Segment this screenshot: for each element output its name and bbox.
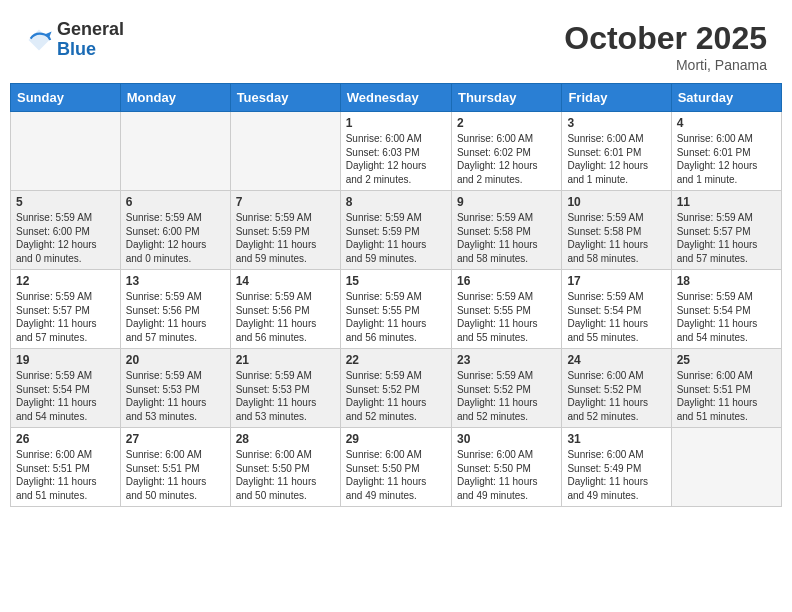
logo: General Blue (25, 20, 124, 60)
calendar-day-cell: 11Sunrise: 5:59 AM Sunset: 5:57 PM Dayli… (671, 191, 781, 270)
calendar-day-cell: 29Sunrise: 6:00 AM Sunset: 5:50 PM Dayli… (340, 428, 451, 507)
day-number: 16 (457, 274, 556, 288)
day-number: 15 (346, 274, 446, 288)
calendar-day-cell: 13Sunrise: 5:59 AM Sunset: 5:56 PM Dayli… (120, 270, 230, 349)
calendar-day-cell: 6Sunrise: 5:59 AM Sunset: 6:00 PM Daylig… (120, 191, 230, 270)
day-info: Sunrise: 6:00 AM Sunset: 5:52 PM Dayligh… (567, 369, 665, 423)
day-number: 3 (567, 116, 665, 130)
day-number: 28 (236, 432, 335, 446)
day-info: Sunrise: 6:00 AM Sunset: 5:51 PM Dayligh… (677, 369, 776, 423)
calendar-week-row: 19Sunrise: 5:59 AM Sunset: 5:54 PM Dayli… (11, 349, 782, 428)
day-info: Sunrise: 5:59 AM Sunset: 6:00 PM Dayligh… (16, 211, 115, 265)
logo-icon (25, 26, 53, 54)
day-info: Sunrise: 5:59 AM Sunset: 5:59 PM Dayligh… (346, 211, 446, 265)
day-number: 13 (126, 274, 225, 288)
calendar-day-cell: 1Sunrise: 6:00 AM Sunset: 6:03 PM Daylig… (340, 112, 451, 191)
day-info: Sunrise: 5:59 AM Sunset: 5:58 PM Dayligh… (567, 211, 665, 265)
calendar-day-cell: 17Sunrise: 5:59 AM Sunset: 5:54 PM Dayli… (562, 270, 671, 349)
weekday-header: Monday (120, 84, 230, 112)
day-number: 9 (457, 195, 556, 209)
day-number: 31 (567, 432, 665, 446)
day-info: Sunrise: 5:59 AM Sunset: 6:00 PM Dayligh… (126, 211, 225, 265)
calendar-day-cell (230, 112, 340, 191)
day-number: 5 (16, 195, 115, 209)
day-number: 2 (457, 116, 556, 130)
calendar-day-cell: 23Sunrise: 5:59 AM Sunset: 5:52 PM Dayli… (451, 349, 561, 428)
calendar-day-cell: 20Sunrise: 5:59 AM Sunset: 5:53 PM Dayli… (120, 349, 230, 428)
day-number: 6 (126, 195, 225, 209)
weekday-header: Friday (562, 84, 671, 112)
day-number: 18 (677, 274, 776, 288)
calendar-day-cell (11, 112, 121, 191)
day-info: Sunrise: 6:00 AM Sunset: 5:51 PM Dayligh… (126, 448, 225, 502)
day-number: 26 (16, 432, 115, 446)
day-info: Sunrise: 5:59 AM Sunset: 5:59 PM Dayligh… (236, 211, 335, 265)
calendar-day-cell: 15Sunrise: 5:59 AM Sunset: 5:55 PM Dayli… (340, 270, 451, 349)
calendar-day-cell: 12Sunrise: 5:59 AM Sunset: 5:57 PM Dayli… (11, 270, 121, 349)
weekday-header: Sunday (11, 84, 121, 112)
logo-blue-text: Blue (57, 39, 96, 59)
calendar-day-cell: 16Sunrise: 5:59 AM Sunset: 5:55 PM Dayli… (451, 270, 561, 349)
calendar-day-cell: 21Sunrise: 5:59 AM Sunset: 5:53 PM Dayli… (230, 349, 340, 428)
day-number: 20 (126, 353, 225, 367)
day-info: Sunrise: 5:59 AM Sunset: 5:52 PM Dayligh… (346, 369, 446, 423)
day-number: 21 (236, 353, 335, 367)
calendar-day-cell: 9Sunrise: 5:59 AM Sunset: 5:58 PM Daylig… (451, 191, 561, 270)
calendar-day-cell: 27Sunrise: 6:00 AM Sunset: 5:51 PM Dayli… (120, 428, 230, 507)
day-info: Sunrise: 5:59 AM Sunset: 5:52 PM Dayligh… (457, 369, 556, 423)
day-info: Sunrise: 5:59 AM Sunset: 5:54 PM Dayligh… (16, 369, 115, 423)
calendar-day-cell: 24Sunrise: 6:00 AM Sunset: 5:52 PM Dayli… (562, 349, 671, 428)
day-info: Sunrise: 5:59 AM Sunset: 5:58 PM Dayligh… (457, 211, 556, 265)
day-info: Sunrise: 6:00 AM Sunset: 5:50 PM Dayligh… (457, 448, 556, 502)
page-header: General Blue October 2025 Morti, Panama (10, 10, 782, 78)
day-info: Sunrise: 5:59 AM Sunset: 5:55 PM Dayligh… (457, 290, 556, 344)
day-number: 12 (16, 274, 115, 288)
day-info: Sunrise: 6:00 AM Sunset: 6:01 PM Dayligh… (567, 132, 665, 186)
day-info: Sunrise: 5:59 AM Sunset: 5:55 PM Dayligh… (346, 290, 446, 344)
day-number: 4 (677, 116, 776, 130)
calendar-day-cell: 31Sunrise: 6:00 AM Sunset: 5:49 PM Dayli… (562, 428, 671, 507)
weekday-header: Wednesday (340, 84, 451, 112)
day-info: Sunrise: 6:00 AM Sunset: 6:03 PM Dayligh… (346, 132, 446, 186)
calendar-day-cell: 7Sunrise: 5:59 AM Sunset: 5:59 PM Daylig… (230, 191, 340, 270)
calendar-day-cell: 3Sunrise: 6:00 AM Sunset: 6:01 PM Daylig… (562, 112, 671, 191)
day-info: Sunrise: 5:59 AM Sunset: 5:57 PM Dayligh… (16, 290, 115, 344)
day-number: 27 (126, 432, 225, 446)
day-info: Sunrise: 6:00 AM Sunset: 6:01 PM Dayligh… (677, 132, 776, 186)
calendar-week-row: 5Sunrise: 5:59 AM Sunset: 6:00 PM Daylig… (11, 191, 782, 270)
day-info: Sunrise: 5:59 AM Sunset: 5:56 PM Dayligh… (236, 290, 335, 344)
location-subtitle: Morti, Panama (564, 57, 767, 73)
weekday-header: Thursday (451, 84, 561, 112)
calendar-day-cell: 14Sunrise: 5:59 AM Sunset: 5:56 PM Dayli… (230, 270, 340, 349)
calendar-day-cell: 26Sunrise: 6:00 AM Sunset: 5:51 PM Dayli… (11, 428, 121, 507)
day-info: Sunrise: 5:59 AM Sunset: 5:53 PM Dayligh… (236, 369, 335, 423)
day-info: Sunrise: 6:00 AM Sunset: 5:49 PM Dayligh… (567, 448, 665, 502)
day-number: 19 (16, 353, 115, 367)
day-info: Sunrise: 5:59 AM Sunset: 5:57 PM Dayligh… (677, 211, 776, 265)
day-info: Sunrise: 5:59 AM Sunset: 5:54 PM Dayligh… (677, 290, 776, 344)
calendar-day-cell: 10Sunrise: 5:59 AM Sunset: 5:58 PM Dayli… (562, 191, 671, 270)
day-number: 29 (346, 432, 446, 446)
day-info: Sunrise: 6:00 AM Sunset: 6:02 PM Dayligh… (457, 132, 556, 186)
weekday-header: Tuesday (230, 84, 340, 112)
calendar-day-cell: 8Sunrise: 5:59 AM Sunset: 5:59 PM Daylig… (340, 191, 451, 270)
day-number: 25 (677, 353, 776, 367)
month-title: October 2025 (564, 20, 767, 57)
day-info: Sunrise: 5:59 AM Sunset: 5:54 PM Dayligh… (567, 290, 665, 344)
calendar-week-row: 26Sunrise: 6:00 AM Sunset: 5:51 PM Dayli… (11, 428, 782, 507)
calendar-day-cell: 4Sunrise: 6:00 AM Sunset: 6:01 PM Daylig… (671, 112, 781, 191)
day-number: 24 (567, 353, 665, 367)
calendar-day-cell: 5Sunrise: 5:59 AM Sunset: 6:00 PM Daylig… (11, 191, 121, 270)
calendar-day-cell: 19Sunrise: 5:59 AM Sunset: 5:54 PM Dayli… (11, 349, 121, 428)
calendar-day-cell (671, 428, 781, 507)
day-number: 23 (457, 353, 556, 367)
day-number: 14 (236, 274, 335, 288)
calendar-day-cell: 25Sunrise: 6:00 AM Sunset: 5:51 PM Dayli… (671, 349, 781, 428)
logo-general-text: General (57, 19, 124, 39)
day-info: Sunrise: 5:59 AM Sunset: 5:56 PM Dayligh… (126, 290, 225, 344)
calendar-day-cell (120, 112, 230, 191)
calendar-week-row: 12Sunrise: 5:59 AM Sunset: 5:57 PM Dayli… (11, 270, 782, 349)
day-number: 1 (346, 116, 446, 130)
day-number: 7 (236, 195, 335, 209)
day-info: Sunrise: 5:59 AM Sunset: 5:53 PM Dayligh… (126, 369, 225, 423)
